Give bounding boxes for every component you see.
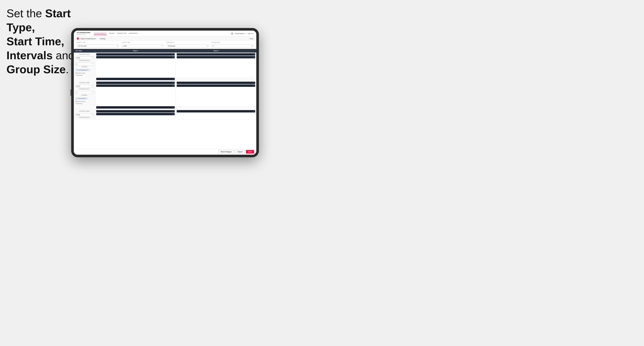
group-size-select[interactable]: 3 2 4 <box>212 44 253 48</box>
group-2-extra-players: ✕ ☐ <box>95 106 256 109</box>
player-row-4-1: ✕ ☐ <box>177 82 255 84</box>
team1-extra-cell-2: ✕ ☐ <box>95 106 176 109</box>
player-remove-6-1[interactable]: ✕ ☐ <box>253 111 254 112</box>
course-remove-1[interactable]: ✕ <box>88 69 89 71</box>
remove-group-btn-2[interactable]: ○ Remove Group <box>75 100 94 102</box>
starting-hole-select-1[interactable]: 1 10 <box>75 63 94 65</box>
group-row-2: STARTING TIME: ⏱ STARTING HOLE: 1 10 <box>74 81 256 109</box>
player-remove-1-2[interactable]: ✕ ☐ <box>172 57 174 58</box>
tablet-screen: SCOREBOARD Powered by clipp.io TOURNAMEN… <box>74 31 256 155</box>
bottom-action-bar: Reset Changes Cancel Save <box>74 149 256 155</box>
nav-tab-tournaments[interactable]: TOURNAMENTS <box>94 32 106 35</box>
user-email: blair@clippd.io <box>235 33 245 34</box>
start-time-field: Start Time ⏱ <box>122 42 164 48</box>
nav-user-area: blair@clippd.io | Sign out <box>231 32 253 35</box>
team1-cell-2: ✕ ☐ ✕ ☐ <box>95 81 176 106</box>
group-3-players: ✕ ☐ ✕ ☐ ✕ ☐ <box>95 109 256 119</box>
start-type-select[interactable]: 1st Tee Start Shotgun Start <box>77 44 119 48</box>
course-icon-2: 🏌 <box>76 98 78 99</box>
col-team1: Team 1 <box>95 49 176 53</box>
add-icon-2: + <box>75 103 76 104</box>
start-time-label: Start Time <box>122 42 164 43</box>
start-time-input[interactable] <box>122 44 164 48</box>
course-label-2: COURSE: <box>75 95 94 96</box>
nav-links: TOURNAMENTS TEAMS COMMITTEE RANKINGS <box>94 32 228 35</box>
start-type-field: Start Type 1st Tee Start Shotgun Start <box>77 42 119 48</box>
navigation-bar: SCOREBOARD Powered by clipp.io TOURNAMEN… <box>74 31 256 37</box>
starting-time-input-wrap-2: ⏱ <box>75 84 94 88</box>
group-size-label: Group Size <box>212 42 253 43</box>
course-remove-2[interactable]: ✕ <box>86 98 87 99</box>
team1-cell-1: ✕ ☐ ✕ ☐ <box>95 53 176 77</box>
player-extra-remove-1-1[interactable]: ✕ ☐ <box>172 78 174 80</box>
starting-time-label-2: STARTING TIME: <box>75 82 94 83</box>
breadcrumb-bar: C Clippd Invitational (M... › Hosting ‹ … <box>74 37 256 41</box>
starting-time-label-3: STARTING TIME: <box>75 111 94 112</box>
course-tag-2: 🏌 East Lake GC ✕ <box>75 97 88 100</box>
breadcrumb-tournament[interactable]: Clippd Invitational (M... <box>80 38 97 40</box>
bold-group-size: Group Size <box>6 63 66 76</box>
player-row-3-1: ✕ ☐ <box>96 82 175 84</box>
logo: SCOREBOARD Powered by clipp.io <box>77 32 90 35</box>
player-remove-3-2[interactable]: ✕ ☐ <box>172 85 174 86</box>
player-remove-3-1[interactable]: ✕ ☐ <box>172 82 174 84</box>
nav-tab-committee[interactable]: COMMITTEE <box>117 32 127 35</box>
course-icon-1: 🏌 <box>76 69 78 71</box>
starting-hole-wrap-1: 1 10 <box>75 62 94 65</box>
start-time-input-wrap: ⏱ <box>122 43 164 48</box>
player-remove-4-2[interactable]: ✕ ☐ <box>253 85 254 86</box>
starting-time-input-2[interactable] <box>75 85 94 88</box>
player-row-5-1: ✕ ☐ <box>96 110 175 112</box>
team2-cell-3: ✕ ☐ <box>176 109 256 119</box>
back-arrow-icon: ‹ <box>248 38 249 39</box>
remove-group-btn-1[interactable]: ○ Remove Group <box>75 72 94 74</box>
intervals-select-wrap: 10 Minutes 8 Minutes 12 Minutes <box>166 43 208 48</box>
tablet-side-button <box>70 89 72 96</box>
save-button[interactable]: Save <box>246 150 254 154</box>
team2-cell-1: ✕ ☐ ✕ ☐ <box>176 53 256 77</box>
config-bar: Start Type 1st Tee Start Shotgun Start S… <box>74 41 256 49</box>
starting-hole-label-3: STARTING HOLE: <box>75 117 94 118</box>
player-row-2-2: ✕ ☐ <box>177 56 255 58</box>
group-2-course-row: ✕ ☐ <box>74 106 256 109</box>
start-type-label: Start Type <box>77 42 119 43</box>
group-1-players: ✕ ☐ ✕ ☐ ✕ ☐ ✕ ☐ <box>95 53 256 77</box>
add-group-btn-1[interactable]: + Add Group <box>75 74 94 76</box>
starting-hole-label-2: STARTING HOLE: <box>75 88 94 90</box>
starting-time-label-1: STARTING TIME: <box>75 54 94 55</box>
group-3-side: STARTING TIME: ⏱ STARTING HOLE: <box>74 109 95 119</box>
remove-icon-1: ○ <box>75 72 77 74</box>
nav-tab-rankings[interactable]: RANKINGS <box>129 32 138 35</box>
start-type-select-wrap: 1st Tee Start Shotgun Start <box>77 43 119 48</box>
group-2-side: STARTING TIME: ⏱ STARTING HOLE: 1 10 <box>74 81 95 106</box>
player-remove-1-1[interactable]: ✕ ☐ <box>172 54 174 55</box>
sign-out-link[interactable]: Sign out <box>248 33 253 34</box>
intervals-label: Intervals <box>166 42 208 43</box>
add-group-btn-2[interactable]: + Add Group <box>75 103 94 105</box>
player-remove-4-1[interactable]: ✕ ☐ <box>253 82 254 84</box>
course-label-1: COURSE: <box>75 66 94 67</box>
team1-cell-3: ✕ ☐ ✕ ☐ <box>95 109 176 119</box>
back-button[interactable]: ‹ Back <box>248 38 253 39</box>
bold-start-type: Start Type, <box>6 7 71 34</box>
player-remove-5-2[interactable]: ✕ ☐ <box>172 114 174 115</box>
player-remove-2-1[interactable]: ✕ ☐ <box>253 54 254 55</box>
group-actions-1: ○ Remove Group + Add Group <box>75 72 94 76</box>
breadcrumb-separator: › <box>98 38 98 39</box>
nav-tab-teams[interactable]: TEAMS <box>109 32 114 35</box>
group-row-1-inner: STARTING TIME: ⏱ STARTING HOLE: 1 10 <box>74 53 256 77</box>
cancel-button[interactable]: Cancel <box>235 150 245 154</box>
player-row-5-2: ✕ ☐ <box>96 113 175 115</box>
group-size-field: Group Size 3 2 4 <box>212 42 253 48</box>
starting-time-input-1[interactable] <box>75 56 94 59</box>
intervals-select[interactable]: 10 Minutes 8 Minutes 12 Minutes <box>166 44 208 48</box>
player-row-4-2: ✕ ☐ <box>177 84 255 87</box>
reset-changes-button[interactable]: Reset Changes <box>218 150 234 154</box>
starting-hole-select-2[interactable]: 1 10 <box>75 91 94 94</box>
starting-time-input-3[interactable] <box>75 113 94 116</box>
player-extra-remove-2-1[interactable]: ✕ ☐ <box>172 107 174 108</box>
player-remove-2-2[interactable]: ✕ ☐ <box>253 57 254 58</box>
group-1-side: STARTING TIME: ⏱ STARTING HOLE: 1 10 <box>74 53 95 77</box>
breadcrumb-section: Hosting <box>100 38 105 40</box>
player-remove-5-1[interactable]: ✕ ☐ <box>172 111 174 112</box>
